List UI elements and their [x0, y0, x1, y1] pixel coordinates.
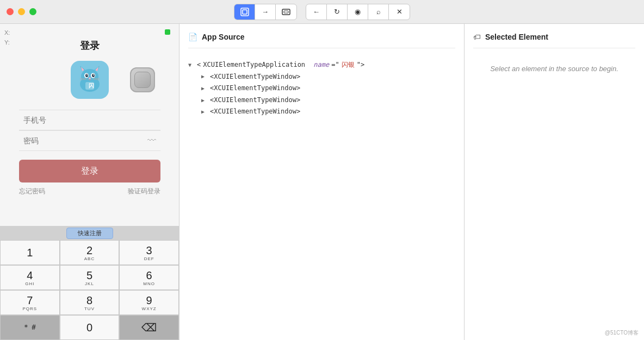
y-coord-label: Y: [4, 38, 10, 48]
forgot-password-link[interactable]: 忘记密码 [19, 187, 45, 196]
svg-point-14 [92, 74, 95, 77]
eye-icon: ◉ [355, 8, 361, 16]
status-dot [165, 29, 170, 35]
svg-rect-1 [243, 10, 247, 14]
key-special[interactable]: ＊＃ [0, 315, 60, 340]
toolbar-group-2: ← ↻ ◉ ⌕ ✕ [306, 4, 410, 20]
svg-text:闪: 闪 [89, 83, 94, 89]
login-links: 忘记密码 验证码登录 [19, 187, 160, 196]
svg-point-13 [85, 74, 88, 77]
key-0[interactable]: 0 [60, 315, 120, 340]
app-icon: 闪 [71, 61, 109, 99]
rect-tool-button[interactable] [276, 4, 296, 20]
close-button[interactable] [7, 8, 14, 15]
element-placeholder: Select an element in the source to begin… [473, 65, 635, 73]
keypad-banner: 快速注册 [0, 226, 179, 240]
main-area: X: Y: 登录 [0, 24, 644, 340]
element-panel-title: Selected Element [485, 33, 548, 41]
source-panel: 📄 App Source ▼ <XCUIElementTypeApplicati… [179, 24, 465, 340]
home-button-inner [134, 72, 151, 88]
password-input[interactable] [19, 130, 160, 151]
svg-point-6 [81, 69, 98, 84]
expand-icon: ▶ [201, 84, 208, 93]
svg-rect-0 [241, 8, 249, 16]
root-attr-value: 闪银 [342, 59, 355, 71]
tag-icon: 🏷 [473, 33, 481, 41]
app-icon-area: 闪 [19, 61, 160, 99]
close-icon: ✕ [397, 8, 403, 16]
svg-point-17 [89, 78, 91, 79]
back-icon: ← [313, 8, 320, 16]
arrow-tool-button[interactable]: → [255, 4, 276, 20]
phone-input[interactable] [19, 110, 160, 130]
svg-rect-2 [282, 9, 290, 15]
simulator-panel: X: Y: 登录 [0, 24, 179, 340]
key-2[interactable]: 2 ABC [60, 240, 120, 265]
window-controls [7, 8, 36, 15]
login-screen: 登录 [0, 24, 179, 196]
login-title: 登录 [80, 39, 100, 52]
key-delete[interactable]: ⌫ [119, 315, 179, 340]
toolbar-group-1: → [234, 4, 297, 20]
key-5[interactable]: 5 JKL [60, 265, 120, 290]
key-1[interactable]: 1 [0, 240, 60, 265]
expand-icon: ▶ [201, 107, 208, 117]
element-panel-header: 🏷 Selected Element [473, 33, 635, 48]
cat-icon: 闪 [73, 64, 106, 96]
close-tool-button[interactable]: ✕ [389, 4, 410, 20]
login-button[interactable]: 登录 [19, 160, 160, 182]
search-button[interactable]: ⌕ [368, 4, 389, 20]
select-tool-button[interactable] [234, 4, 255, 20]
svg-point-15 [86, 74, 88, 75]
verify-login-link[interactable]: 验证码登录 [128, 187, 160, 196]
quick-register-button[interactable]: 快速注册 [66, 228, 113, 239]
toolbar: → ← ↻ ◉ ⌕ ✕ [234, 4, 410, 20]
watermark: @51CTO博客 [605, 329, 639, 337]
eye-button[interactable]: ◉ [348, 4, 368, 20]
root-attr-name: name [313, 59, 329, 71]
tree-child-2[interactable]: ▶ <XCUIElementTypeWindow> [188, 83, 455, 95]
expand-icon: ▶ [201, 96, 208, 105]
back-button[interactable]: ← [306, 4, 327, 20]
password-toggle-icon[interactable]: 〰 [147, 136, 156, 146]
key-9[interactable]: 9 WXYZ [119, 290, 179, 315]
keypad: 快速注册 1 2 ABC 3 DEF 4 GHI [0, 226, 179, 340]
svg-point-16 [93, 74, 94, 75]
refresh-button[interactable]: ↻ [327, 4, 348, 20]
key-4[interactable]: 4 GHI [0, 265, 60, 290]
key-7[interactable]: 7 PQRS [0, 290, 60, 315]
svg-rect-3 [284, 11, 288, 13]
tree-child-3[interactable]: ▶ <XCUIElementTypeWindow> [188, 95, 455, 106]
home-button[interactable] [130, 67, 155, 92]
source-panel-header: 📄 App Source [188, 33, 455, 48]
coordinates: X: Y: [4, 28, 10, 47]
tree-child-1[interactable]: ▶ <XCUIElementTypeWindow> [188, 71, 455, 83]
expand-icon: ▶ [201, 72, 208, 81]
titlebar: → ← ↻ ◉ ⌕ ✕ [0, 0, 644, 24]
arrow-icon: → [262, 8, 269, 16]
source-panel-title: App Source [202, 33, 245, 41]
xml-tree: ▼ <XCUIElementTypeApplication name =" 闪银… [188, 59, 455, 118]
element-panel: 🏷 Selected Element Select an element in … [465, 24, 644, 340]
key-6[interactable]: 6 MNO [119, 265, 179, 290]
key-8[interactable]: 8 TUV [60, 290, 120, 315]
key-3[interactable]: 3 DEF [119, 240, 179, 265]
expand-icon: ▼ [188, 60, 195, 70]
tree-root-item[interactable]: ▼ <XCUIElementTypeApplication name =" 闪银… [188, 59, 455, 71]
x-coord-label: X: [4, 28, 10, 38]
minimize-button[interactable] [18, 8, 25, 15]
search-icon: ⌕ [376, 8, 381, 16]
source-panel-icon: 📄 [188, 33, 197, 41]
keypad-grid: 1 2 ABC 3 DEF 4 GHI 5 JKL [0, 240, 179, 340]
password-row: 〰 [19, 130, 160, 151]
maximize-button[interactable] [29, 8, 36, 15]
tree-child-4[interactable]: ▶ <XCUIElementTypeWindow> [188, 106, 455, 118]
refresh-icon: ↻ [334, 8, 340, 16]
input-group: 〰 [19, 110, 160, 151]
root-tag-open: < [197, 59, 201, 71]
